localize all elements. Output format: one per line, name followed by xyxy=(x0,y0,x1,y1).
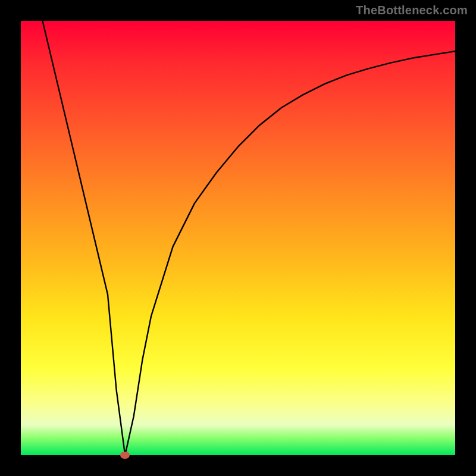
plot-area xyxy=(21,21,455,455)
minimum-marker xyxy=(120,452,130,459)
bottleneck-curve xyxy=(21,21,455,455)
watermark-text: TheBottleneck.com xyxy=(356,4,468,17)
chart-frame: TheBottleneck.com xyxy=(0,0,476,476)
